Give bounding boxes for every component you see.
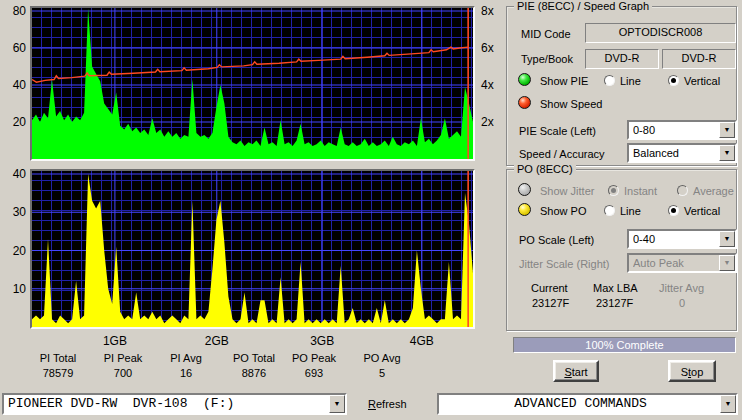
y-axis-tick-label: 10 [0,282,26,296]
y-axis-tick-label: 20 [0,115,26,129]
show-po-label: Show PO [540,205,586,217]
po-panel-caption: PO (8ECC) [514,163,576,175]
po-graph-canvas [32,171,473,327]
y-axis-tick-label: 80 [0,4,26,18]
chevron-down-icon[interactable]: ▼ [329,395,345,413]
refresh-button[interactable]: Refresh [368,398,407,410]
x-axis-tick-label: 4GB [405,334,439,348]
progress-bar-fill: 100% Complete [514,338,735,352]
show-pie-led-button[interactable] [518,73,531,86]
stat-label: PO Avg [340,352,424,364]
jitter-average-radio [677,185,688,196]
speed-accuracy-label: Speed / Accuracy [519,148,605,160]
y-axis-tick-label: 40 [0,167,26,181]
y-axis-tick-label: 20 [0,244,26,258]
po-vertical-radio[interactable] [668,205,679,216]
pie-line-radio[interactable] [604,75,615,86]
speed-axis-tick-label: 6x [481,41,507,55]
pie-line-label: Line [620,75,641,87]
show-jitter-led-button [518,183,531,196]
y-axis-tick-label: 40 [0,78,26,92]
speed-axis-tick-label: 2x [481,115,507,129]
jitter-avg-value: 0 [679,297,685,309]
chevron-down-icon: ▼ [719,255,735,271]
jitter-avg-label: Jitter Avg [659,282,704,294]
stat-po-avg: PO Avg 5 [340,352,424,379]
speed-axis-tick-label: 8x [481,4,507,18]
po-graph [30,169,475,329]
po-vertical-label: Vertical [684,205,720,217]
pie-scale-select[interactable]: 0-80 ▼ [627,120,737,140]
progress-bar: 100% Complete [513,337,736,353]
pie-vertical-label: Vertical [684,75,720,87]
pie-scale-label: PIE Scale (Left) [519,125,596,137]
pie-vertical-radio[interactable] [668,75,679,86]
speed-accuracy-value: Balanced [633,146,717,160]
show-pie-label: Show PIE [540,75,588,87]
pie-speed-graph-canvas [32,8,473,159]
y-axis-tick-label: 30 [0,205,26,219]
chevron-down-icon[interactable]: ▼ [719,231,735,247]
pie-speed-panel: PIE (8ECC) / Speed Graph MID Code OPTODI… [506,6,737,166]
show-speed-led-button[interactable] [518,96,531,109]
po-scale-label: PO Scale (Left) [519,234,594,246]
pie-scale-value: 0-80 [633,123,717,137]
max-lba-value: 23127F [596,297,633,309]
chevron-down-icon[interactable]: ▼ [720,395,736,413]
speed-axis-tick-label: 4x [481,78,507,92]
type-book-label: Type/Book [521,53,573,65]
chevron-down-icon[interactable]: ▼ [719,122,735,138]
speed-accuracy-select[interactable]: Balanced ▼ [627,143,737,163]
drive-select[interactable]: PIONEER DVD-RW DVR-108 (F:) ▼ [2,393,347,415]
book-field: DVD-R [662,49,736,69]
advanced-commands-select[interactable]: ADVANCED COMMANDS ▼ [437,393,738,415]
start-button[interactable]: Start [553,360,599,382]
po-line-label: Line [620,205,641,217]
show-speed-label: Show Speed [540,98,602,110]
jitter-average-label: Average [693,185,734,197]
po-scale-value: 0-40 [633,232,717,246]
po-scale-select[interactable]: 0-40 ▼ [627,229,737,249]
mid-code-field: OPTODISCR008 [585,23,736,43]
x-axis-tick-label: 1GB [98,334,132,348]
current-label: Current [531,282,568,294]
jitter-instant-radio [608,185,619,196]
po-panel: PO (8ECC) Show Jitter Instant Average Sh… [506,169,737,331]
application-window: { "colors": { "window_bg": "#d4d0c8", "p… [0,0,742,420]
jitter-scale-value: Auto Peak [633,256,717,270]
jitter-scale-label: Jitter Scale (Right) [519,258,609,270]
mid-code-label: MID Code [521,28,571,40]
jitter-scale-select: Auto Peak ▼ [627,253,737,273]
chevron-down-icon[interactable]: ▼ [719,145,735,161]
jitter-instant-label: Instant [624,185,657,197]
x-axis-tick-label: 3GB [305,334,339,348]
advanced-commands-value: ADVANCED COMMANDS [443,396,718,411]
stat-value: 5 [340,367,424,379]
show-po-led-button[interactable] [518,203,531,216]
x-axis-tick-label: 2GB [200,334,234,348]
y-axis-tick-label: 60 [0,41,26,55]
type-field: DVD-R [585,49,659,69]
stop-button[interactable]: Stop [668,360,716,382]
drive-select-value: PIONEER DVD-RW DVR-108 (F:) [8,396,327,411]
pie-speed-graph [30,6,475,161]
current-value: 23127F [532,297,569,309]
po-line-radio[interactable] [604,205,615,216]
show-jitter-label: Show Jitter [540,185,594,197]
pie-panel-caption: PIE (8ECC) / Speed Graph [514,0,652,12]
max-lba-label: Max LBA [593,282,638,294]
